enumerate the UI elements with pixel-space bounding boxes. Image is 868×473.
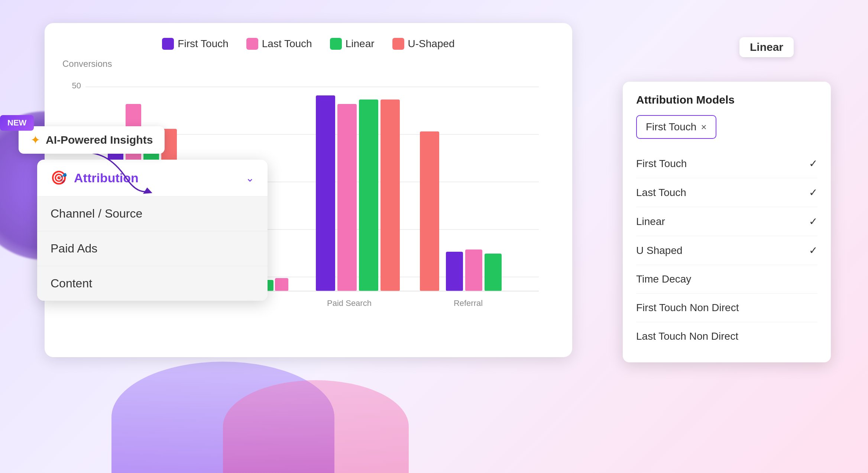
linear-top-label: Linear xyxy=(739,37,794,57)
model-label-lasttouch: Last Touch xyxy=(636,187,686,199)
dropdown-item-content[interactable]: Content xyxy=(37,266,268,301)
bar-ref-lasttouch xyxy=(465,249,482,291)
model-label-lasttouchnondirect: Last Touch Non Direct xyxy=(636,330,738,342)
bar-ps-lasttouch xyxy=(337,104,357,291)
svg-text:50: 50 xyxy=(72,81,81,90)
model-item-firsttouchnondirect[interactable]: First Touch Non Direct xyxy=(636,294,817,322)
ai-star-icon: ✦ xyxy=(30,133,41,147)
bar-mid-ushaped xyxy=(420,131,439,291)
model-item-linear[interactable]: Linear ✓ xyxy=(636,207,817,236)
bar-ps-linear xyxy=(359,100,378,291)
legend-color-firsttouch xyxy=(162,38,174,50)
dropdown-item-channel-source[interactable]: Channel / Source xyxy=(37,196,268,231)
bar-g2-lasttouch xyxy=(275,278,288,291)
attribution-icon: 🎯 xyxy=(51,170,67,186)
arrow-icon xyxy=(74,149,156,197)
svg-marker-14 xyxy=(143,187,152,194)
legend-item-firsttouch: First Touch xyxy=(162,38,228,50)
ai-bubble-text: AI-Powered Insights xyxy=(46,134,153,146)
bg-blob-bottom2 xyxy=(223,380,409,473)
bar-ps-firsttouch xyxy=(316,95,335,291)
model-item-lasttouch[interactable]: Last Touch ✓ xyxy=(636,178,817,207)
models-tag-close-button[interactable]: × xyxy=(701,121,706,133)
attribution-chevron-icon: ⌄ xyxy=(246,172,254,184)
model-check-linear: ✓ xyxy=(809,215,817,228)
model-check-lasttouch: ✓ xyxy=(809,186,817,199)
legend-item-lasttouch: Last Touch xyxy=(246,38,312,50)
legend-label-firsttouch: First Touch xyxy=(178,38,228,50)
models-selected-tag-label: First Touch xyxy=(646,121,696,133)
model-label-ushaped: U Shaped xyxy=(636,245,683,257)
legend-label-lasttouch: Last Touch xyxy=(262,38,312,50)
model-label-linear: Linear xyxy=(636,216,665,228)
model-label-timedecay: Time Decay xyxy=(636,273,691,285)
model-label-firsttouchnondirect: First Touch Non Direct xyxy=(636,302,739,314)
model-check-firsttouch: ✓ xyxy=(809,157,817,170)
model-item-lasttouchnondirect[interactable]: Last Touch Non Direct xyxy=(636,322,817,350)
bar-ps-ushaped xyxy=(380,100,400,291)
legend-label-linear: Linear xyxy=(346,38,375,50)
legend-color-lasttouch xyxy=(246,38,258,50)
dropdown-item-paid-ads[interactable]: Paid Ads xyxy=(37,231,268,266)
model-item-ushaped[interactable]: U Shaped ✓ xyxy=(636,236,817,265)
legend-label-ushaped: U-Shaped xyxy=(408,38,455,50)
legend-color-ushaped xyxy=(392,38,404,50)
new-label: NEW xyxy=(0,115,34,131)
legend-item-linear: Linear xyxy=(330,38,375,50)
chart-legend: First Touch Last Touch Linear U-Shaped xyxy=(62,38,554,50)
legend-color-linear xyxy=(330,38,342,50)
bar-ref-linear xyxy=(485,254,502,291)
svg-text:Paid Search: Paid Search xyxy=(327,299,372,308)
attribution-models-panel: Attribution Models First Touch × First T… xyxy=(623,82,831,362)
model-item-firsttouch[interactable]: First Touch ✓ xyxy=(636,149,817,178)
models-list: First Touch ✓ Last Touch ✓ Linear ✓ U Sh… xyxy=(636,149,817,350)
model-item-timedecay[interactable]: Time Decay xyxy=(636,265,817,294)
model-label-firsttouch: First Touch xyxy=(636,158,687,170)
model-check-ushaped: ✓ xyxy=(809,244,817,257)
legend-item-ushaped: U-Shaped xyxy=(392,38,455,50)
ai-powered-insights-bubble[interactable]: ✦ AI-Powered Insights xyxy=(19,126,165,154)
models-panel-title: Attribution Models xyxy=(636,94,817,106)
models-selected-tag[interactable]: First Touch × xyxy=(636,115,716,139)
bar-ref-firsttouch xyxy=(446,252,463,291)
svg-text:Referral: Referral xyxy=(454,299,483,308)
chart-y-label: Conversions xyxy=(62,59,554,69)
